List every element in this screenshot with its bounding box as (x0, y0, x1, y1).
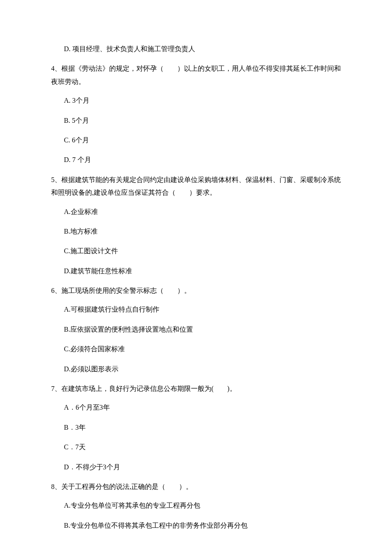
option-text: B．3年 (51, 421, 341, 434)
option-text: A.企业标准 (51, 205, 341, 218)
option-text: B.地方标准 (51, 225, 341, 238)
option-text: C. 6个月 (51, 134, 341, 147)
option-text: B.应依据设置的便利性选择设置地点和位置 (51, 323, 341, 336)
document-content: D. 项目经理、技术负责人和施工管理负责人4、根据《劳动法》的规定，对怀孕（ ）… (51, 43, 341, 532)
question-text: 7、在建筑市场上，良好行为记录信息公布期限一般为( )。 (51, 382, 341, 395)
option-text: C．7天 (51, 441, 341, 454)
option-text: C.必须符合国家标准 (51, 343, 341, 356)
question-text: 6、施工现场所使用的安全警示标志（ ）。 (51, 284, 341, 297)
option-text: D.必须以图形表示 (51, 363, 341, 376)
option-text: A．6个月至3年 (51, 401, 341, 414)
option-text: A. 3个月 (51, 94, 341, 107)
question-text: 4、根据《劳动法》的规定，对怀孕（ ）以上的女职工，用人单位不得安排其延长工作时… (51, 62, 341, 88)
option-text: D. 7 个月 (51, 153, 341, 166)
option-text: D.建筑节能任意性标准 (51, 265, 341, 278)
option-text: C.施工图设计文件 (51, 245, 341, 257)
option-text: B. 5个月 (51, 114, 341, 127)
option-text: B.专业分包单位不得将其承包工程中的非劳务作业部分再分包 (51, 519, 341, 532)
option-text: D．不得少于3个月 (51, 461, 341, 474)
question-text: 5、根据建筑节能的有关规定合同约定由建设单位采购墙体材料、保温材料、门窗、采暖制… (51, 173, 341, 199)
option-text: A.专业分包单位可将其承包的专业工程再分包 (51, 499, 341, 512)
option-text: D. 项目经理、技术负责人和施工管理负责人 (51, 43, 341, 55)
question-text: 8、关于工程再分包的说法,正确的是（ ）。 (51, 480, 341, 493)
option-text: A.可根据建筑行业特点自行制作 (51, 303, 341, 316)
